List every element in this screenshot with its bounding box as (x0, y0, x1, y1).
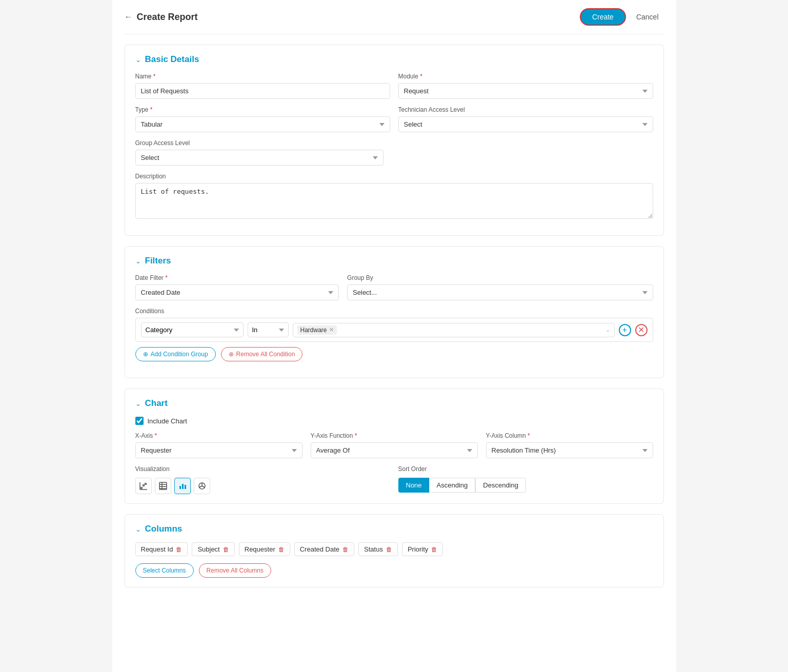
svg-rect-11 (182, 484, 184, 489)
add-condition-group-button[interactable]: ⊕ Add Condition Group (135, 347, 216, 361)
condition-tag: Hardware ✕ (297, 325, 337, 335)
back-arrow[interactable]: ← (125, 12, 133, 22)
type-group: Type * Tabular (135, 106, 390, 132)
name-input[interactable] (135, 83, 390, 99)
condition-value-area[interactable]: Hardware ✕ ⌄ (293, 323, 615, 337)
type-label: Type * (135, 106, 390, 113)
filter-row: Date Filter * Created Date Group By Sele… (135, 274, 653, 300)
columns-tags: Request Id 🗑Subject 🗑Requester 🗑Created … (135, 542, 653, 556)
columns-toggle[interactable]: ⌄ (135, 525, 141, 533)
include-chart-label: Include Chart (148, 417, 187, 425)
column-remove-icon[interactable]: 🗑 (431, 546, 437, 553)
vis-pie-button[interactable] (194, 478, 210, 494)
remove-all-icon: ⊗ (229, 351, 234, 358)
sort-ascending-button[interactable]: Ascending (429, 478, 476, 493)
type-select[interactable]: Tabular (135, 116, 390, 132)
x-axis-select[interactable]: Requester (135, 442, 302, 458)
title-group: ← Create Report (125, 12, 198, 23)
condition-action-buttons: ⊕ Add Condition Group ⊗ Remove All Condi… (135, 347, 653, 361)
y-axis-col-group: Y-Axis Column * Resolution Time (Hrs) (486, 432, 653, 458)
sort-none-button[interactable]: None (398, 478, 429, 493)
group-access-row: Group Access Level Select (135, 139, 653, 166)
column-tag-label: Created Date (300, 545, 339, 553)
type-technician-row: Type * Tabular Technician Access Level S… (135, 106, 653, 132)
conditions-wrapper: Conditions Category In Hardware ✕ ⌄ + ✕ (135, 308, 653, 361)
condition-field-select[interactable]: Category (141, 322, 244, 337)
vis-scatter-button[interactable] (135, 478, 152, 494)
basic-details-toggle[interactable]: ⌄ (135, 56, 141, 64)
condition-remove-button[interactable]: ✕ (635, 324, 648, 336)
columns-header: ⌄ Columns (135, 524, 653, 534)
date-filter-label: Date Filter * (135, 274, 339, 281)
filters-toggle[interactable]: ⌄ (135, 257, 141, 265)
visualization-icons (135, 478, 390, 494)
columns-action-buttons: Select Columns Remove All Columns (135, 563, 653, 578)
header-actions: Create Cancel (580, 8, 664, 26)
column-tag-label: Subject (197, 545, 219, 553)
select-columns-label: Select Columns (143, 567, 186, 574)
cancel-button[interactable]: Cancel (631, 9, 664, 25)
sort-order-buttons: None Ascending Descending (398, 478, 653, 493)
name-group: Name * (135, 73, 390, 99)
remove-all-label: Remove All Condition (236, 351, 295, 358)
vis-table-button[interactable] (155, 478, 171, 494)
module-group: Module * Request (398, 73, 653, 99)
description-group: Description List of requests. (135, 173, 653, 219)
visualization-label: Visualization (135, 465, 390, 473)
column-remove-icon[interactable]: 🗑 (342, 546, 349, 553)
remove-all-columns-label: Remove All Columns (207, 567, 264, 574)
group-access-label: Group Access Level (135, 139, 384, 147)
description-row: Description List of requests. (135, 173, 653, 219)
list-item: Created Date 🗑 (294, 542, 354, 556)
group-access-select[interactable]: Select (135, 150, 384, 166)
conditions-label: Conditions (135, 308, 653, 315)
page-title: Create Report (137, 12, 198, 23)
column-remove-icon[interactable]: 🗑 (278, 546, 285, 553)
y-axis-fn-select[interactable]: Average Of (311, 442, 478, 458)
name-label: Name * (135, 73, 390, 80)
description-textarea[interactable]: List of requests. (135, 183, 653, 219)
list-item: Priority 🗑 (402, 542, 443, 556)
page-header: ← Create Report Create Cancel (125, 8, 664, 34)
x-axis-group: X-Axis * Requester (135, 432, 302, 458)
chart-title: Chart (145, 398, 168, 409)
create-button[interactable]: Create (580, 8, 626, 26)
module-select[interactable]: Request (398, 83, 653, 99)
remove-all-columns-button[interactable]: Remove All Columns (199, 563, 271, 578)
add-group-icon: ⊕ (143, 351, 148, 358)
svg-point-2 (145, 483, 146, 485)
date-filter-select[interactable]: Created Date (135, 284, 339, 300)
svg-line-15 (202, 486, 205, 487)
svg-point-1 (143, 485, 144, 486)
chart-header: ⌄ Chart (135, 398, 653, 409)
technician-select[interactable]: Select (398, 116, 653, 132)
columns-section: ⌄ Columns Request Id 🗑Subject 🗑Requester… (125, 514, 664, 587)
basic-details-section: ⌄ Basic Details Name * Module * Request (125, 45, 664, 236)
axes-row: X-Axis * Requester Y-Axis Function * Ave… (135, 432, 653, 458)
group-access-group: Group Access Level Select (135, 139, 384, 166)
module-label: Module * (398, 73, 653, 80)
basic-details-header: ⌄ Basic Details (135, 54, 653, 65)
name-module-row: Name * Module * Request (135, 73, 653, 99)
vis-bar-button[interactable] (174, 478, 191, 494)
technician-label: Technician Access Level (398, 106, 653, 113)
y-axis-fn-label: Y-Axis Function * (311, 432, 478, 439)
list-item: Requester 🗑 (239, 542, 290, 556)
tag-remove[interactable]: ✕ (329, 327, 334, 333)
condition-operator-select[interactable]: In (248, 322, 289, 337)
filters-title: Filters (145, 256, 171, 266)
condition-add-button[interactable]: + (619, 324, 631, 336)
chart-toggle[interactable]: ⌄ (135, 400, 141, 408)
condition-row: Category In Hardware ✕ ⌄ + ✕ (135, 318, 653, 342)
remove-all-condition-button[interactable]: ⊗ Remove All Condition (221, 347, 303, 361)
column-remove-icon[interactable]: 🗑 (176, 546, 182, 553)
sort-descending-button[interactable]: Descending (475, 478, 526, 493)
include-chart-row: Include Chart (135, 417, 653, 425)
column-remove-icon[interactable]: 🗑 (386, 546, 392, 553)
add-group-label: Add Condition Group (151, 351, 208, 358)
select-columns-button[interactable]: Select Columns (135, 563, 194, 578)
include-chart-checkbox[interactable] (135, 417, 144, 425)
group-by-select[interactable]: Select... (347, 284, 653, 300)
y-axis-col-select[interactable]: Resolution Time (Hrs) (486, 442, 653, 458)
column-remove-icon[interactable]: 🗑 (223, 546, 229, 553)
